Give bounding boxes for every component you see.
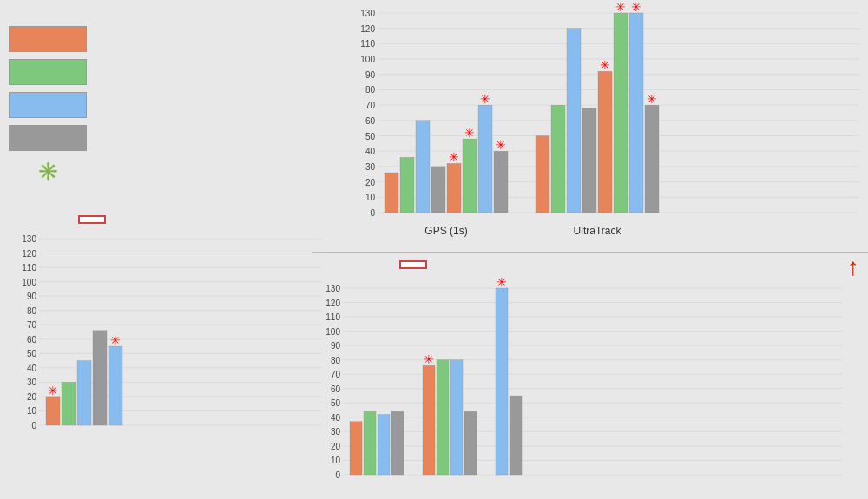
svg-text:✳: ✳: [110, 333, 121, 347]
svg-text:110: 110: [22, 263, 36, 272]
svg-rect-128: [510, 396, 522, 475]
top-chart-container: 0102030405060708090100110120130✳✳✳✳GPS (…: [312, 0, 868, 252]
svg-text:✳: ✳: [464, 126, 475, 140]
main-container: ✳️ 0102030405060708090100110120130✳✳ 010…: [0, 0, 868, 499]
legend-item-fenix6s: [9, 26, 304, 52]
left-panel: ✳️ 0102030405060708090100110120130✳✳: [0, 0, 312, 499]
svg-text:✳: ✳: [496, 138, 506, 152]
svg-text:✳: ✳: [647, 92, 657, 106]
svg-text:60: 60: [27, 335, 37, 345]
svg-text:0: 0: [370, 208, 375, 218]
svg-text:✳: ✳: [600, 58, 610, 72]
svg-text:70: 70: [27, 320, 37, 330]
svg-rect-80: [598, 71, 612, 213]
svg-rect-66: [431, 167, 445, 213]
svg-rect-67: [447, 163, 461, 213]
svg-text:60: 60: [365, 116, 376, 126]
svg-rect-121: [423, 365, 435, 475]
svg-text:UltraTrack: UltraTrack: [574, 225, 622, 237]
legend-item-fenix6x: [9, 92, 304, 118]
svg-text:90: 90: [27, 292, 37, 301]
svg-rect-73: [494, 151, 508, 213]
top-chart-svg: 0102030405060708090100110120130✳✳✳✳GPS (…: [347, 9, 859, 239]
svg-text:10: 10: [365, 193, 376, 202]
svg-text:60: 60: [331, 384, 341, 394]
svg-rect-71: [478, 105, 492, 213]
svg-text:80: 80: [27, 306, 37, 316]
svg-text:0: 0: [31, 421, 36, 430]
svg-rect-63: [385, 173, 398, 213]
right-panel: 0102030405060708090100110120130✳✳✳✳GPS (…: [312, 0, 868, 499]
svg-rect-82: [614, 13, 628, 213]
svg-text:120: 120: [360, 24, 375, 34]
svg-text:30: 30: [365, 162, 376, 172]
svg-text:10: 10: [331, 456, 341, 465]
svg-text:110: 110: [326, 312, 340, 322]
svg-text:20: 20: [365, 178, 376, 187]
svg-text:90: 90: [365, 70, 376, 80]
svg-text:✳: ✳: [48, 384, 58, 397]
svg-text:130: 130: [22, 234, 36, 244]
actividad-title: [78, 215, 106, 224]
svg-rect-31: [77, 361, 91, 425]
legend-item-instinct: [9, 125, 304, 151]
smartwatch-chart-svg: 0102030405060708090100110120130✳✳: [312, 284, 842, 483]
svg-rect-118: [364, 411, 376, 475]
solar-icon: ✳️: [9, 158, 87, 184]
svg-rect-77: [551, 105, 565, 213]
svg-text:100: 100: [360, 55, 375, 64]
svg-text:GPS (1s): GPS (1s): [424, 225, 467, 237]
svg-rect-119: [378, 415, 390, 475]
svg-rect-86: [645, 105, 659, 213]
legend-item-solar: ✳️: [9, 158, 304, 184]
smartwatch-chart-container: ↑ 0102030405060708090100110120130✳✳: [312, 253, 868, 499]
svg-rect-117: [350, 422, 362, 475]
svg-text:30: 30: [331, 427, 341, 437]
svg-text:100: 100: [326, 327, 340, 337]
svg-rect-125: [464, 411, 477, 475]
svg-rect-123: [437, 360, 449, 475]
svg-rect-30: [62, 382, 76, 425]
svg-text:30: 30: [27, 378, 37, 387]
svg-rect-84: [629, 13, 643, 213]
svg-text:✳: ✳: [480, 92, 490, 106]
svg-rect-78: [567, 29, 581, 213]
svg-text:130: 130: [326, 284, 340, 293]
svg-rect-28: [46, 397, 60, 425]
legend-box-fenix6x: [9, 92, 87, 118]
svg-text:20: 20: [27, 392, 37, 402]
smartwatch-title: [399, 260, 427, 269]
svg-text:100: 100: [22, 278, 36, 287]
svg-text:90: 90: [331, 341, 341, 351]
svg-rect-64: [400, 157, 414, 213]
svg-rect-79: [582, 108, 596, 213]
svg-rect-126: [496, 288, 508, 475]
svg-text:110: 110: [360, 39, 375, 49]
actividad-chart-svg: 0102030405060708090100110120130✳✳: [9, 234, 321, 434]
svg-text:✳: ✳: [449, 150, 459, 164]
svg-text:0: 0: [335, 470, 340, 480]
svg-rect-69: [463, 139, 477, 213]
svg-rect-65: [416, 121, 430, 213]
svg-rect-120: [391, 411, 404, 475]
svg-text:50: 50: [365, 132, 376, 141]
arrow-up-icon: ↑: [847, 253, 859, 281]
svg-text:10: 10: [27, 406, 37, 416]
legend-box-fenix6: [9, 59, 87, 85]
svg-text:20: 20: [331, 442, 341, 451]
svg-rect-124: [450, 360, 463, 475]
svg-text:50: 50: [27, 349, 37, 358]
svg-text:80: 80: [331, 356, 341, 365]
svg-text:40: 40: [365, 147, 376, 156]
svg-text:✳: ✳: [631, 0, 641, 14]
svg-text:✳: ✳: [424, 352, 434, 366]
svg-text:50: 50: [331, 398, 341, 408]
legend-item-fenix6: [9, 59, 304, 85]
svg-rect-33: [108, 346, 122, 425]
svg-rect-32: [93, 331, 107, 425]
svg-rect-76: [536, 136, 549, 213]
svg-text:80: 80: [365, 85, 376, 95]
svg-text:✳: ✳: [496, 275, 507, 289]
svg-text:120: 120: [22, 249, 36, 259]
svg-text:130: 130: [360, 9, 375, 18]
